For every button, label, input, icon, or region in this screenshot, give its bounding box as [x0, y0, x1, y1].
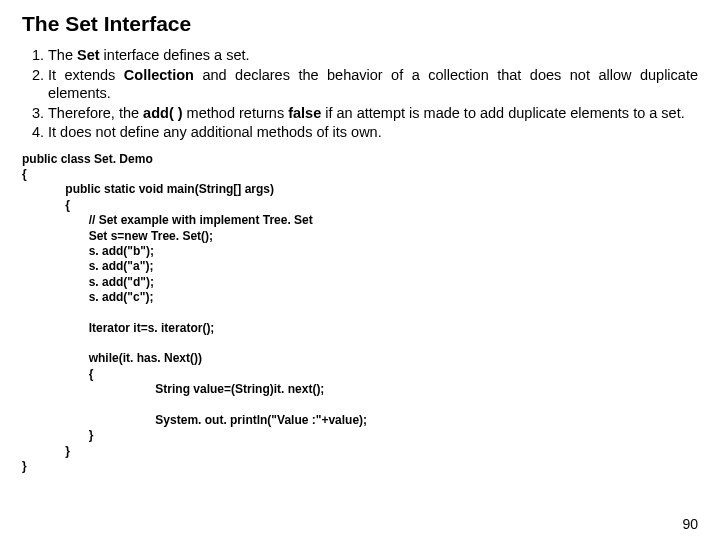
text: interface defines a set. [100, 47, 250, 63]
slide-number: 90 [682, 516, 698, 532]
bold-text: add( ) [143, 105, 182, 121]
text: if an attempt is made to add duplicate e… [321, 105, 685, 121]
text: It does not define any additional method… [48, 124, 382, 140]
text: The [48, 47, 77, 63]
list-item: The Set interface defines a set. [48, 46, 698, 65]
list-item: It does not define any additional method… [48, 123, 698, 142]
numbered-list: The Set interface defines a set. It exte… [22, 46, 698, 142]
list-item: It extends Collection and declares the b… [48, 66, 698, 103]
bold-text: Set [77, 47, 100, 63]
list-item: Therefore, the add( ) method returns fal… [48, 104, 698, 123]
text: method returns [183, 105, 289, 121]
text: Therefore, the [48, 105, 143, 121]
bold-text: false [288, 105, 321, 121]
text: It extends [48, 67, 124, 83]
code-block: public class Set. Demo { public static v… [22, 152, 698, 475]
bold-text: Collection [124, 67, 194, 83]
page-title: The Set Interface [22, 12, 698, 36]
